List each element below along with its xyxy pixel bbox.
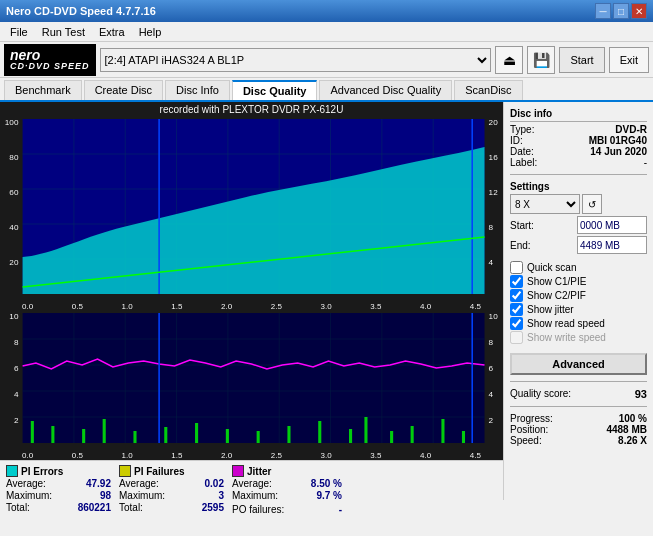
show-c1pie-row: Show C1/PIE [510, 275, 647, 288]
pi-failures-label: PI Failures [134, 466, 185, 477]
svg-text:4: 4 [489, 258, 494, 267]
svg-rect-45 [195, 423, 198, 443]
eject-icon-btn[interactable]: ⏏ [495, 46, 523, 74]
svg-text:4: 4 [14, 390, 19, 399]
svg-text:100: 100 [5, 118, 19, 127]
menu-file[interactable]: File [4, 25, 34, 39]
position-row: Position: 4488 MB [510, 424, 647, 435]
svg-rect-55 [462, 431, 465, 443]
svg-rect-42 [103, 419, 106, 443]
tab-disc-info[interactable]: Disc Info [165, 80, 230, 100]
nero-logo-bottom: CD·DVD SPEED [10, 62, 90, 71]
svg-rect-52 [390, 431, 393, 443]
tab-advanced-disc-quality[interactable]: Advanced Disc Quality [319, 80, 452, 100]
top-chart: 100 80 60 40 20 20 16 12 8 4 [0, 117, 503, 302]
svg-rect-53 [411, 426, 414, 443]
bottom-chart: 10 8 6 4 2 10 8 6 4 2 [0, 311, 503, 451]
minimize-button[interactable]: ─ [595, 3, 611, 19]
svg-text:2: 2 [14, 416, 19, 425]
jitter-color [232, 465, 244, 477]
svg-text:12: 12 [489, 188, 499, 197]
quick-scan-checkbox[interactable] [510, 261, 523, 274]
pi-failures-legend: PI Failures [119, 465, 224, 477]
svg-text:10: 10 [489, 312, 499, 321]
menu-help[interactable]: Help [133, 25, 168, 39]
pi-errors-color [6, 465, 18, 477]
svg-text:8: 8 [489, 223, 494, 232]
chart-area: recorded with PLEXTOR DVDR PX-612U [0, 102, 503, 500]
disc-type-row: Type: DVD-R [510, 124, 647, 135]
svg-rect-49 [318, 421, 321, 443]
svg-rect-50 [349, 429, 352, 443]
pi-errors-avg: Average: 47.92 [6, 478, 111, 489]
start-input[interactable] [577, 216, 647, 234]
svg-text:6: 6 [14, 364, 19, 373]
speed-select[interactable]: 8 X 4 X 2 X Maximum [510, 194, 580, 214]
tab-scandisc[interactable]: ScanDisc [454, 80, 522, 100]
svg-text:80: 80 [9, 153, 19, 162]
exit-button[interactable]: Exit [609, 47, 649, 73]
progress-row: Progress: 100 % [510, 413, 647, 424]
start-field-row: Start: [510, 216, 647, 234]
settings-title: Settings [510, 181, 647, 192]
menu-bar: File Run Test Extra Help [0, 22, 653, 42]
show-c1pie-checkbox[interactable] [510, 275, 523, 288]
svg-rect-46 [226, 429, 229, 443]
show-read-speed-row: Show read speed [510, 317, 647, 330]
advanced-button[interactable]: Advanced [510, 353, 647, 375]
svg-text:8: 8 [14, 338, 19, 347]
svg-rect-40 [51, 426, 54, 443]
disc-info-title: Disc info [510, 108, 647, 119]
pi-failures-avg: Average: 0.02 [119, 478, 224, 489]
disc-label-row: Label: - [510, 157, 647, 168]
jitter-legend: Jitter [232, 465, 342, 477]
show-c2pif-checkbox[interactable] [510, 289, 523, 302]
main-content: recorded with PLEXTOR DVDR PX-612U [0, 102, 653, 500]
menu-extra[interactable]: Extra [93, 25, 131, 39]
settings-section: Settings 8 X 4 X 2 X Maximum ↺ Start: En… [510, 181, 647, 256]
svg-text:2: 2 [489, 416, 494, 425]
toolbar: nero CD·DVD SPEED [2:4] ATAPI iHAS324 A … [0, 42, 653, 78]
pi-errors-total: Total: 860221 [6, 502, 111, 513]
show-read-speed-checkbox[interactable] [510, 317, 523, 330]
jitter-stat: Jitter Average: 8.50 % Maximum: 9.7 % PO… [232, 465, 342, 515]
show-jitter-checkbox[interactable] [510, 303, 523, 316]
svg-text:6: 6 [489, 364, 494, 373]
show-c2pif-row: Show C2/PIF [510, 289, 647, 302]
svg-rect-48 [287, 426, 290, 443]
svg-rect-44 [164, 427, 167, 443]
nero-logo-top: nero [10, 48, 90, 62]
po-failures: PO failures: - [232, 504, 342, 515]
pi-failures-color [119, 465, 131, 477]
svg-rect-47 [257, 431, 260, 443]
progress-divider [510, 406, 647, 407]
top-x-axis: 0.0 0.5 1.0 1.5 2.0 2.5 3.0 3.5 4.0 4.5 [0, 302, 503, 311]
svg-text:20: 20 [489, 118, 499, 127]
settings-refresh-btn[interactable]: ↺ [582, 194, 602, 214]
pi-failures-stat: PI Failures Average: 0.02 Maximum: 3 Tot… [119, 465, 224, 513]
jitter-max: Maximum: 9.7 % [232, 490, 342, 501]
app-title: Nero CD-DVD Speed 4.7.7.16 [6, 5, 156, 17]
tab-benchmark[interactable]: Benchmark [4, 80, 82, 100]
title-bar: Nero CD-DVD Speed 4.7.7.16 ─ □ ✕ [0, 0, 653, 22]
tab-create-disc[interactable]: Create Disc [84, 80, 163, 100]
svg-rect-41 [82, 429, 85, 443]
svg-text:60: 60 [9, 188, 19, 197]
jitter-label: Jitter [247, 466, 271, 477]
disc-date-row: Date: 14 Jun 2020 [510, 146, 647, 157]
end-input[interactable] [577, 236, 647, 254]
drive-select[interactable]: [2:4] ATAPI iHAS324 A BL1P [100, 48, 492, 72]
disc-info-divider [510, 121, 647, 122]
tab-disc-quality[interactable]: Disc Quality [232, 80, 318, 100]
menu-run-test[interactable]: Run Test [36, 25, 91, 39]
svg-text:40: 40 [9, 223, 19, 232]
svg-rect-54 [441, 419, 444, 443]
speed-row: Speed: 8.26 X [510, 435, 647, 446]
checkboxes-section: Quick scan Show C1/PIE Show C2/PIF Show … [510, 260, 647, 345]
svg-rect-43 [133, 431, 136, 443]
close-button[interactable]: ✕ [631, 3, 647, 19]
start-button[interactable]: Start [559, 47, 604, 73]
disc-id-row: ID: MBI 01RG40 [510, 135, 647, 146]
save-icon-btn[interactable]: 💾 [527, 46, 555, 74]
maximize-button[interactable]: □ [613, 3, 629, 19]
